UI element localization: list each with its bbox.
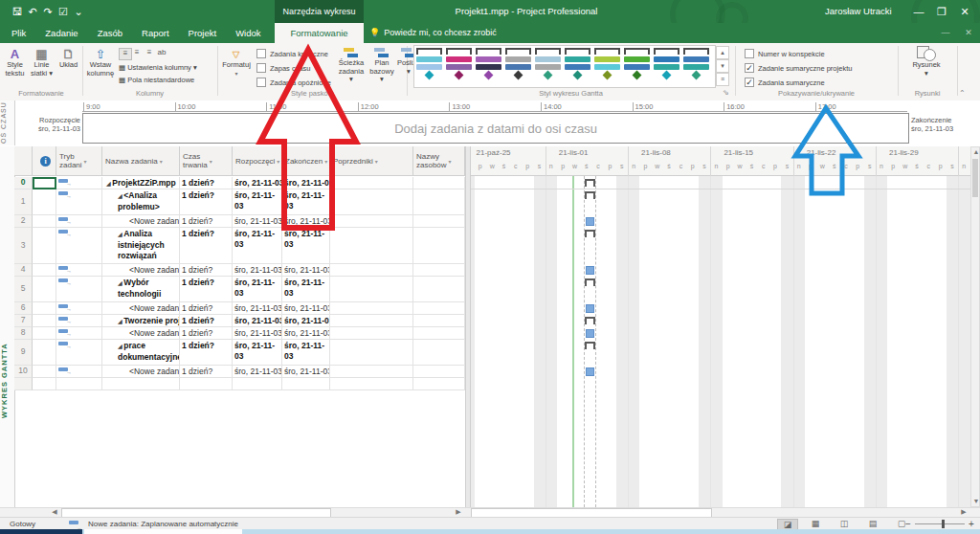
task-bar[interactable] [586, 304, 594, 313]
finish-cell[interactable]: śro, 21-11-03 [282, 189, 330, 215]
close-icon[interactable]: ✕ [953, 0, 976, 23]
sort-arrow-icon[interactable]: ▾ [160, 158, 163, 165]
row-number[interactable]: 1 [14, 189, 33, 215]
row-number[interactable]: 3 [14, 228, 33, 264]
row-number[interactable]: 2 [14, 215, 33, 228]
resource-names-cell[interactable] [413, 189, 465, 215]
gantt-style-swatch-9[interactable] [654, 48, 679, 80]
align-icon[interactable]: ≡ [144, 48, 155, 58]
row-number[interactable]: 0 [14, 177, 33, 189]
duration-cell[interactable]: 1 dzień? [180, 327, 233, 340]
resource-names-cell[interactable] [413, 215, 465, 228]
indicator-cell[interactable] [33, 228, 56, 264]
start-cell[interactable]: śro, 21-11-03 [233, 215, 282, 228]
button-wstaw-kolumne[interactable]: ⇧Wstaw kolumnę [86, 47, 115, 89]
gantt-style-swatch-3[interactable] [476, 48, 501, 80]
start-cell[interactable]: śro, 21-11-03 [233, 302, 282, 315]
task-mode-cell[interactable] [56, 264, 102, 277]
resource-names-cell[interactable] [413, 302, 465, 315]
column-header-7[interactable]: Poprzedniki ▾ [330, 146, 413, 176]
tab-zadanie[interactable]: Zadanie [39, 23, 83, 43]
finish-cell[interactable]: śro, 21-11-03 [282, 228, 330, 264]
task-mode-cell[interactable] [56, 315, 102, 327]
finish-cell[interactable]: śro, 21-11-03 [282, 340, 330, 366]
predecessors-cell[interactable] [330, 366, 413, 378]
report-view-icon[interactable]: ▢ [892, 519, 911, 529]
task-mode-cell[interactable] [56, 215, 102, 228]
zoom-slider-handle[interactable] [942, 520, 945, 528]
align-icon[interactable]: ≡ [131, 48, 143, 58]
checkbox-zadania-krytyczne[interactable]: Zadania krytyczne [256, 49, 328, 58]
tab-formatowanie[interactable]: Formatowanie [275, 23, 364, 43]
indicator-cell[interactable] [33, 189, 56, 215]
start-cell[interactable]: śro, 21-11-03 [233, 366, 282, 378]
row-number[interactable]: 10 [14, 366, 33, 378]
column-header-4[interactable]: Czas trwania ▾ [180, 146, 233, 176]
button-style[interactable]: AStyle tekstu [2, 47, 28, 89]
task-bar[interactable] [586, 217, 594, 226]
column-header-5[interactable]: Rozpoczęci ▾ [233, 146, 282, 176]
start-cell[interactable]: śro, 21-11-03 [233, 177, 282, 189]
task-bar[interactable] [586, 367, 594, 376]
button-formatuj[interactable]: 🜄Formatuj▾ [221, 47, 252, 89]
summary-task-bar[interactable] [585, 230, 595, 237]
task-name-cell[interactable]: ◢ Analiza istniejących rozwiązań [102, 228, 180, 264]
task-mode-cell[interactable] [56, 366, 102, 378]
duration-cell[interactable]: 1 dzień? [180, 366, 233, 378]
resource-names-cell[interactable] [413, 315, 465, 327]
row-number[interactable]: 8 [14, 327, 33, 340]
tab-widok[interactable]: Widok [230, 23, 266, 43]
menu-ustawienia-kolumny[interactable]: ▦ Ustawienia kolumny ▾ [119, 63, 197, 72]
task-mode-cell[interactable] [56, 228, 102, 264]
column-header-2[interactable]: Tryb zadani ▾ [56, 146, 102, 176]
indicator-cell[interactable] [33, 302, 56, 315]
gallery-scroll-up-icon[interactable]: ▴ [716, 46, 729, 59]
duration-cell[interactable]: 1 dzień? [180, 264, 233, 277]
tell-me-box[interactable]: 💡Powiedz mi, co chcesz zrobić [369, 23, 497, 43]
team-planner-icon[interactable]: ◫ [835, 519, 854, 529]
button-rysunek[interactable]: Rysunek ▾ [907, 46, 946, 90]
resource-sheet-icon[interactable]: ▤ [863, 519, 882, 529]
finish-cell[interactable]: śro, 21-11-03 [282, 177, 330, 189]
timeline-side-strip[interactable]: OŚ CZASU [0, 100, 15, 145]
row-number[interactable]: 9 [14, 340, 33, 366]
start-cell[interactable]: śro, 21-11-03 [233, 340, 282, 366]
checkbox-icon[interactable]: ☑ [56, 0, 71, 23]
duration-cell[interactable]: 1 dzień? [180, 277, 233, 302]
indicator-cell[interactable] [33, 327, 56, 340]
chart-scroll-right-icon[interactable]: ▶ [959, 508, 969, 516]
checkbox-zapas-czasu[interactable]: Zapas czasu [256, 63, 311, 73]
zoom-slider-track[interactable] [915, 523, 965, 524]
indicator-cell[interactable] [33, 215, 56, 228]
start-cell[interactable]: śro, 21-11-03 [233, 327, 282, 340]
finish-cell[interactable]: śro, 21-11-03 [282, 215, 330, 228]
resource-names-cell[interactable] [413, 366, 465, 378]
finish-cell[interactable]: śro, 21-11-03 [282, 327, 330, 340]
summary-task-bar[interactable] [585, 317, 595, 324]
predecessors-cell[interactable] [330, 215, 413, 228]
redo-icon[interactable]: ↷ [40, 0, 56, 23]
start-cell[interactable]: śro, 21-11-03 [233, 189, 282, 215]
minimize-icon[interactable]: — [907, 0, 930, 23]
finish-cell[interactable]: śro, 21-11-03 [282, 302, 330, 315]
resource-names-cell[interactable] [413, 177, 465, 189]
finish-cell[interactable]: śro, 21-11-03 [282, 366, 330, 378]
predecessors-cell[interactable] [330, 177, 413, 189]
predecessors-cell[interactable] [330, 228, 413, 264]
gantt-style-swatch-1[interactable] [416, 48, 442, 80]
finish-cell[interactable]: śro, 21-11-03 [282, 277, 330, 302]
task-name-cell[interactable]: ◢ Tworzenie projekt [102, 315, 180, 327]
predecessors-cell[interactable] [330, 315, 413, 327]
gallery-scroll-more-icon[interactable]: ≡ [716, 73, 729, 86]
predecessors-cell[interactable] [330, 302, 413, 315]
indicator-cell[interactable] [33, 277, 56, 302]
task-name-cell[interactable]: ◢ prace dokumentacyjne [102, 340, 180, 366]
predecessors-cell[interactable] [330, 264, 413, 277]
resource-names-cell[interactable] [413, 340, 465, 366]
indicator-cell[interactable] [33, 315, 56, 327]
checkbox-zadanie-sumaryczne-projektu[interactable]: ✓Zadanie sumaryczne projektu [745, 63, 852, 73]
collapse-triangle-icon[interactable]: ◢ [118, 232, 123, 237]
task-mode-cell[interactable] [56, 302, 102, 315]
sort-arrow-icon[interactable]: ▾ [375, 158, 378, 165]
finish-cell[interactable]: śro, 21-11-03 [282, 264, 330, 277]
